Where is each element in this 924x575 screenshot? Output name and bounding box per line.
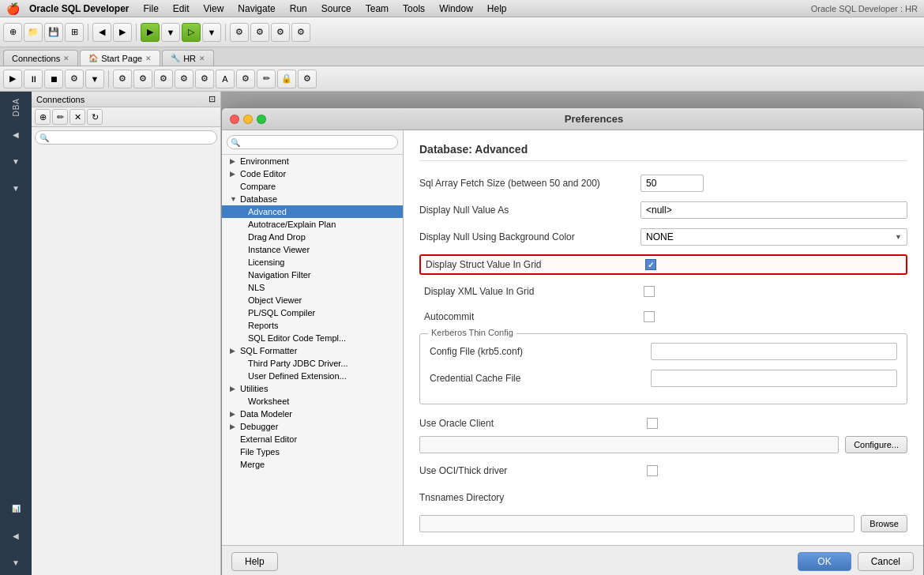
toolbar2-btn14[interactable]: 🔒 [277,70,296,88]
pref-item-merge[interactable]: Merge [222,458,403,471]
menu-source[interactable]: Source [315,2,358,15]
toolbar-forward-btn[interactable]: ▶ [113,23,132,42]
pref-item-data-modeler[interactable]: ▶ Data Modeler [222,408,403,420]
sidebar-icon-6[interactable]: ▼ [3,550,28,575]
oci-thick-checkbox[interactable] [647,465,658,476]
cancel-button[interactable]: Cancel [858,552,914,571]
toolbar2-btn8[interactable]: ⚙ [154,70,173,88]
pref-item-plsql-compiler[interactable]: PL/SQL Compiler [222,306,403,319]
pref-item-nls[interactable]: NLS [222,281,403,294]
pref-item-debugger[interactable]: ▶ Debugger [222,420,403,433]
toolbar2-btn9[interactable]: ⚙ [175,70,193,88]
tnsnames-input[interactable] [419,515,855,532]
connections-expand-btn[interactable]: ⊡ [208,94,216,104]
toolbar2-btn6[interactable]: ⚙ [113,70,132,88]
oracle-client-checkbox[interactable] [647,418,658,429]
toolbar2-btn5[interactable]: ▼ [85,70,104,88]
oracle-client-path-input[interactable] [419,436,839,453]
traffic-red[interactable] [230,115,239,124]
menu-file[interactable]: File [137,2,165,15]
toolbar-btn7[interactable]: ⚙ [271,23,290,42]
pref-item-database[interactable]: ▼ Database [222,193,403,205]
toolbar-btn6[interactable]: ⚙ [250,23,269,42]
pref-item-worksheet[interactable]: Worksheet [222,395,403,408]
config-file-input[interactable] [651,343,897,360]
credential-cache-input[interactable] [651,370,897,387]
search-input[interactable] [35,130,217,145]
pref-item-autotrace[interactable]: Autotrace/Explain Plan [222,218,403,231]
pref-item-code-editor[interactable]: ▶ Code Editor [222,167,403,180]
configure-btn[interactable]: Configure... [845,436,907,453]
pref-item-environment[interactable]: ▶ Environment [222,155,403,167]
pref-item-sql-editor-template[interactable]: SQL Editor Code Templ... [222,332,403,344]
toolbar-save-btn[interactable]: 💾 [44,23,63,42]
tab-connections-close[interactable]: ✕ [63,54,69,62]
pref-search-input[interactable] [227,135,398,149]
menu-edit[interactable]: Edit [167,2,196,15]
pref-item-advanced[interactable]: Advanced [222,205,403,218]
pref-item-nav-filter[interactable]: Navigation Filter [222,269,403,281]
apple-menu[interactable]: 🍎 [6,2,20,15]
fetch-size-input[interactable] [640,175,704,192]
toolbar2-btn15[interactable]: ⚙ [298,70,317,88]
sidebar-icon-2[interactable]: ▼ [3,148,28,174]
null-value-input[interactable] [640,201,907,219]
conn-edit-btn[interactable]: ✏ [52,109,68,125]
traffic-green[interactable] [257,115,266,124]
reports-sidebar-icon[interactable]: 📊 [3,496,28,521]
pref-item-compare[interactable]: Compare [222,180,403,193]
traffic-yellow[interactable] [243,115,253,124]
menu-help[interactable]: Help [481,2,513,15]
pref-item-drag-drop[interactable]: Drag And Drop [222,231,403,243]
struct-grid-checkbox[interactable] [645,259,656,270]
toolbar2-btn3[interactable]: ⏹ [44,70,63,88]
conn-add-btn[interactable]: ⊕ [35,109,51,125]
pref-item-licensing[interactable]: Licensing [222,256,403,269]
browse-btn[interactable]: Browse [861,515,907,532]
toolbar-new-btn[interactable]: ⊕ [3,23,22,42]
toolbar-open-btn[interactable]: 📁 [24,23,43,42]
toolbar2-btn4[interactable]: ⚙ [65,70,84,88]
help-button[interactable]: Help [231,552,278,571]
toolbar-btn8[interactable]: ⚙ [291,23,310,42]
dba-icon[interactable]: DBA [3,95,28,120]
menu-team[interactable]: Team [359,2,395,15]
pref-item-third-party-jdbc[interactable]: Third Party JDBC Driver... [222,357,403,370]
tab-start-page[interactable]: 🏠 Start Page ✕ [80,50,160,66]
pref-item-external-editor[interactable]: External Editor [222,433,403,445]
pref-item-file-types[interactable]: File Types [222,445,403,458]
tab-connections[interactable]: Connections ✕ [3,50,78,66]
toolbar2-btn12[interactable]: ⚙ [236,70,255,88]
toolbar2-btn11[interactable]: A [216,70,235,88]
menu-view[interactable]: View [197,2,231,15]
pref-item-instance-viewer[interactable]: Instance Viewer [222,243,403,256]
xml-grid-checkbox[interactable] [644,286,655,297]
toolbar-run-btn[interactable]: ▶ [141,23,160,42]
toolbar-save-all-btn[interactable]: ⊞ [65,23,84,42]
pref-item-user-defined-ext[interactable]: User Defined Extension... [222,370,403,382]
toolbar2-btn1[interactable]: ▶ [3,70,22,88]
toolbar-debug-dropdown[interactable]: ▼ [202,23,221,42]
tab-hr-close[interactable]: ✕ [199,54,205,62]
menu-window[interactable]: Window [433,2,479,15]
pref-item-sql-formatter[interactable]: ▶ SQL Formatter [222,344,403,357]
menu-navigate[interactable]: Navigate [231,2,281,15]
toolbar-run-dropdown[interactable]: ▼ [161,23,180,42]
toolbar-back-btn[interactable]: ◀ [92,23,111,42]
conn-delete-btn[interactable]: ✕ [69,109,85,125]
toolbar-btn5[interactable]: ⚙ [230,23,249,42]
ok-button[interactable]: OK [798,552,851,571]
pref-item-reports[interactable]: Reports [222,319,403,332]
conn-refresh-btn[interactable]: ↻ [87,109,103,125]
tab-hr[interactable]: 🔧 HR ✕ [162,50,214,66]
null-bg-color-dropdown[interactable]: NONE ▼ [640,228,907,246]
sidebar-icon-1[interactable]: ◀ [3,122,28,147]
toolbar2-btn10[interactable]: ⚙ [195,70,214,88]
toolbar-debug-btn[interactable]: ▷ [182,23,201,42]
toolbar2-btn7[interactable]: ⚙ [133,70,152,88]
pref-item-utilities[interactable]: ▶ Utilities [222,382,403,395]
toolbar2-btn13[interactable]: ✏ [257,70,276,88]
menu-tools[interactable]: Tools [396,2,431,15]
toolbar2-btn2[interactable]: ⏸ [24,70,43,88]
sidebar-icon-3[interactable]: ▼ [3,175,28,201]
